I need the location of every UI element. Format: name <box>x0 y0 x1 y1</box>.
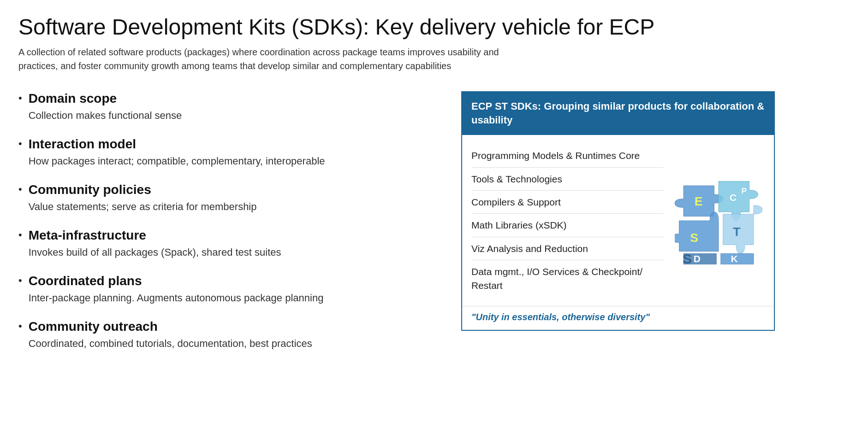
bullet-desc-meta-infrastructure: Invokes build of all packages (Spack), s… <box>29 245 281 260</box>
bullet-dot: • <box>18 229 22 241</box>
bullet-item-domain-scope: • Domain scope Collection makes function… <box>18 91 434 123</box>
page-title: Software Development Kits (SDKs): Key de… <box>18 14 850 41</box>
bullet-dot: • <box>18 138 22 150</box>
bullet-title-interaction-model: Interaction model <box>29 137 325 152</box>
bullet-dot: • <box>18 183 22 195</box>
bullet-item-meta-infrastructure: • Meta-infrastructure Invokes build of a… <box>18 228 434 260</box>
bullet-desc-interaction-model: How packages interact; compatible, compl… <box>29 153 325 169</box>
sdk-image: E C P S T <box>672 144 765 297</box>
bullet-title-coordinated-plans: Coordinated plans <box>29 274 324 288</box>
bullet-desc-domain-scope: Collection makes functional sense <box>29 108 182 123</box>
page-subtitle: A collection of related software product… <box>18 45 526 73</box>
svg-text:P: P <box>741 187 746 195</box>
bullet-item-coordinated-plans: • Coordinated plans Inter-package planni… <box>18 274 434 305</box>
svg-text:S: S <box>690 230 698 244</box>
svg-text:E: E <box>695 194 703 208</box>
bullet-dot: • <box>18 275 22 287</box>
sdk-panel-body: Programming Models & Runtimes CoreTools … <box>462 135 774 306</box>
sdk-list-item-0: Programming Models & Runtimes Core <box>471 144 663 167</box>
sdk-list-item-5: Data mgmt., I/O Services & Checkpoint/ R… <box>471 260 663 297</box>
bullet-dot: • <box>18 92 22 104</box>
bullet-dot: • <box>18 320 22 332</box>
sdk-quote: "Unity in essentials, otherwise diversit… <box>462 306 774 330</box>
bullet-title-meta-infrastructure: Meta-infrastructure <box>29 228 281 243</box>
sdk-list-item-4: Viz Analysis and Reduction <box>471 237 663 260</box>
svg-text:S: S <box>683 251 692 264</box>
bullet-item-interaction-model: • Interaction model How packages interac… <box>18 137 434 169</box>
bullet-title-community-policies: Community policies <box>29 182 257 197</box>
bullet-item-community-policies: • Community policies Value statements; s… <box>18 182 434 214</box>
bullet-title-community-outreach: Community outreach <box>29 319 312 334</box>
svg-text:K: K <box>731 253 738 264</box>
main-content: • Domain scope Collection makes function… <box>18 91 850 365</box>
svg-text:C: C <box>730 192 737 203</box>
sdk-list-item-2: Compilers & Support <box>471 191 663 214</box>
bullet-item-community-outreach: • Community outreach Coordinated, combin… <box>18 319 434 351</box>
sdk-list-item-1: Tools & Technologies <box>471 168 663 191</box>
bullet-desc-community-outreach: Coordinated, combined tutorials, documen… <box>29 336 312 351</box>
left-column: • Domain scope Collection makes function… <box>18 91 434 365</box>
bullet-desc-coordinated-plans: Inter-package planning. Augments autonom… <box>29 290 324 305</box>
sdk-panel-header: ECP ST SDKs: Grouping similar products f… <box>462 92 774 135</box>
svg-text:T: T <box>733 225 740 239</box>
bullet-desc-community-policies: Value statements; serve as criteria for … <box>29 199 257 214</box>
sdk-panel: ECP ST SDKs: Grouping similar products f… <box>461 91 775 331</box>
svg-text:D: D <box>694 253 701 264</box>
bullet-title-domain-scope: Domain scope <box>29 91 182 106</box>
sdk-list-item-3: Math Libraries (xSDK) <box>471 214 663 237</box>
sdk-list: Programming Models & Runtimes CoreTools … <box>471 144 663 297</box>
